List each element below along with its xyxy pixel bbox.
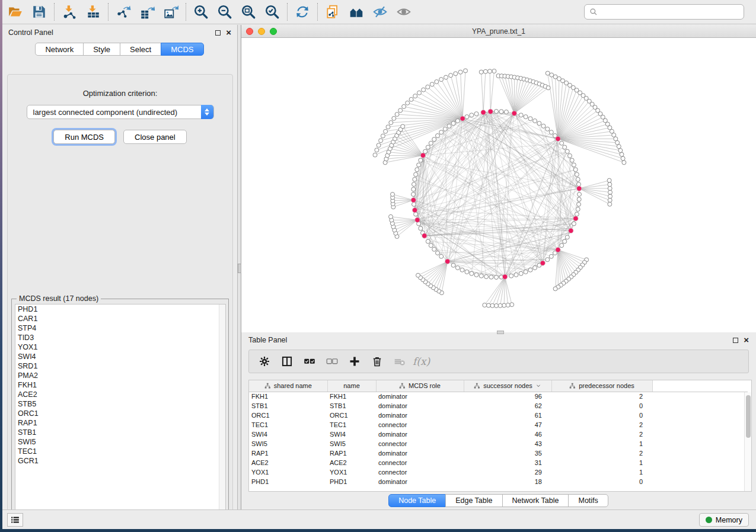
mcds-result-item[interactable]: SRD1	[15, 361, 225, 371]
mcds-result-item[interactable]: GCR1	[15, 456, 225, 466]
close-table-panel-icon[interactable]: ×	[744, 337, 749, 343]
trash-button[interactable]	[368, 352, 387, 371]
tab-network-table[interactable]: Network Table	[502, 494, 569, 507]
table-row[interactable]: TEC1TEC1connector472	[249, 420, 748, 430]
task-history-button[interactable]	[7, 513, 23, 527]
table-cell: STB1	[327, 401, 376, 411]
import-network-button[interactable]	[58, 2, 81, 22]
binoculars-button[interactable]	[344, 2, 368, 22]
table-row[interactable]: SWI4SWI4dominator462	[249, 430, 748, 439]
table-row[interactable]: ORC1ORC1dominator610	[249, 411, 748, 420]
table-cell: 35	[464, 448, 551, 458]
mcds-result-item[interactable]: PHD1	[15, 305, 225, 314]
tab-mcds[interactable]: MCDS	[161, 43, 203, 56]
mcds-list-scrollbar[interactable]	[219, 305, 225, 514]
export-image-icon	[163, 4, 178, 20]
table-row[interactable]: SWI5SWI5connector431	[249, 439, 748, 448]
search-input[interactable]	[601, 8, 739, 16]
zoom-in-button[interactable]	[189, 2, 213, 22]
add-button[interactable]	[345, 352, 364, 371]
run-mcds-button[interactable]: Run MCDS	[53, 130, 115, 144]
tab-edge-table[interactable]: Edge Table	[445, 494, 502, 507]
table-row[interactable]: FKH1FKH1dominator962	[249, 392, 748, 401]
zoom-out-button[interactable]	[213, 2, 237, 22]
zoom-fit-button[interactable]	[237, 2, 260, 22]
column-header-predecessor-nodes[interactable]: predecessor nodes	[551, 380, 652, 392]
mcds-result-item[interactable]: YOX1	[15, 342, 225, 352]
mcds-result-title: MCDS result (17 nodes)	[17, 294, 101, 303]
table-scrollbar[interactable]	[744, 392, 751, 491]
gear-button[interactable]	[255, 352, 274, 371]
mcds-result-item[interactable]: SWI5	[15, 437, 225, 447]
save-button[interactable]	[27, 2, 51, 22]
export-network-button[interactable]	[111, 2, 135, 22]
zoom-selected-icon	[264, 4, 280, 20]
tab-network[interactable]: Network	[35, 43, 84, 56]
table-cell: 47	[464, 420, 551, 430]
table-row[interactable]: YOX1YOX1connector291	[249, 467, 748, 477]
memory-label: Memory	[716, 516, 742, 524]
optimization-criterion-select[interactable]: largest connected component (undirected)	[27, 105, 214, 119]
mcds-result-item[interactable]: RAP1	[15, 418, 225, 428]
column-header-MCDS-role[interactable]: MCDS role	[376, 380, 464, 392]
table-cell: TEC1	[327, 420, 376, 430]
export-table-button[interactable]	[135, 2, 159, 22]
search-box[interactable]	[584, 4, 744, 20]
import-table-button[interactable]	[81, 2, 105, 22]
mcds-result-item[interactable]: ACE2	[15, 390, 225, 399]
column-label: shared name	[274, 382, 312, 389]
mcds-result-item[interactable]: PMA2	[15, 371, 225, 380]
table-row[interactable]: STB1STB1dominator620	[249, 401, 748, 411]
mcds-result-item[interactable]: STB5	[15, 399, 225, 409]
mcds-result-item[interactable]: FKH1	[15, 380, 225, 390]
table-cell: connector	[376, 458, 464, 467]
table-row[interactable]: PHD1PHD1dominator180	[249, 477, 748, 486]
close-panel-icon[interactable]: ×	[226, 30, 231, 36]
columns-icon	[281, 355, 293, 367]
mcds-result-item[interactable]: STP4	[15, 323, 225, 333]
horizontal-splitter-handle[interactable]	[497, 331, 504, 334]
mcds-result-item[interactable]: STB1	[15, 428, 225, 437]
table-row[interactable]: RAP1RAP1dominator352	[249, 448, 748, 458]
mcds-result-item[interactable]: SWI4	[15, 352, 225, 361]
hide-details-button[interactable]	[368, 2, 392, 22]
table-cell: ORC1	[249, 411, 327, 420]
network-graph[interactable]	[241, 38, 756, 332]
mcds-result-list[interactable]: PHD1CAR1STP4TID3YOX1SWI4SRD1PMA2FKH1ACE2…	[15, 304, 226, 515]
mcds-result-item[interactable]: TID3	[15, 333, 225, 342]
import-table-icon	[85, 4, 101, 20]
export-image-button[interactable]	[159, 2, 183, 22]
network-canvas[interactable]	[241, 38, 756, 332]
table-row[interactable]: ACE2ACE2connector311	[249, 458, 748, 467]
tab-select[interactable]: Select	[120, 43, 161, 56]
select-all-button[interactable]	[300, 352, 319, 371]
columns-button[interactable]	[277, 352, 296, 371]
refresh-button[interactable]	[291, 2, 314, 22]
close-panel-button[interactable]: Close panel	[123, 130, 187, 144]
network-window-titlebar[interactable]: YPA_prune.txt_1	[241, 25, 756, 38]
tab-motifs[interactable]: Motifs	[568, 494, 608, 507]
table-cell-empty	[652, 467, 748, 477]
tab-style[interactable]: Style	[83, 43, 120, 56]
tab-node-table[interactable]: Node Table	[388, 494, 446, 507]
duplicate-network-button[interactable]	[321, 2, 344, 22]
memory-button[interactable]: Memory	[699, 513, 749, 527]
control-panel-tabs: NetworkStyleSelectMCDS	[2, 43, 237, 56]
column-header-successor-nodes[interactable]: successor nodes	[464, 380, 551, 392]
column-header-shared-name[interactable]: shared name	[249, 380, 327, 392]
deselect-all-button[interactable]	[323, 352, 342, 371]
birdseye-button[interactable]	[392, 2, 416, 22]
mcds-result-item[interactable]: ORC1	[15, 409, 225, 418]
column-label: predecessor nodes	[579, 382, 634, 389]
float-window-icon[interactable]	[215, 30, 221, 36]
memory-status-icon	[706, 517, 712, 523]
float-table-panel-icon[interactable]	[733, 338, 738, 343]
mcds-result-item[interactable]: TEC1	[15, 447, 225, 456]
open-folder-button[interactable]	[4, 2, 27, 22]
table-scrollbar-thumb[interactable]	[746, 395, 751, 438]
table-cell: connector	[376, 420, 464, 430]
column-header-name[interactable]: name	[327, 380, 376, 392]
export-network-icon	[116, 4, 131, 20]
zoom-selected-button[interactable]	[260, 2, 284, 22]
mcds-result-item[interactable]: CAR1	[15, 314, 225, 323]
